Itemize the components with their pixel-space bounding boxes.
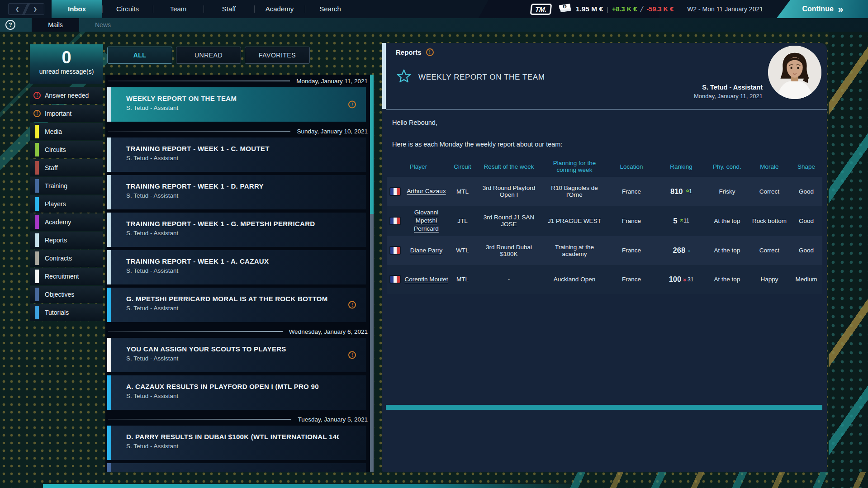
sidebar-item-circuits[interactable]: Circuits: [30, 141, 103, 158]
mail-list-item[interactable]: TRAINING REPORT - WEEK 1 - D. PARRYS. Te…: [107, 175, 366, 209]
main-tabs: InboxCircuitsTeamStaffAcademySearch: [52, 0, 356, 18]
ranking-trend: »31: [684, 276, 693, 283]
result-cell: 3rd Round J1 SAN JOSE: [475, 206, 543, 236]
tab-inbox[interactable]: Inbox: [52, 0, 102, 18]
category-color-bar: [35, 179, 39, 193]
ranking-cell: 268-: [657, 236, 706, 265]
flag-fr-icon: [389, 246, 401, 255]
separator: |: [607, 5, 608, 13]
mail-list-item[interactable]: TRAINING REPORT - WEEK 1 - C. MOUTETS. T…: [107, 137, 366, 172]
continue-label: Continue: [802, 5, 833, 13]
sidebar-item-contracts[interactable]: Contracts: [30, 250, 103, 267]
category-color-bar: [35, 125, 39, 138]
player-cell: Giovanni Mpetshi Perricard: [387, 206, 450, 236]
sidebar-item-media[interactable]: Media: [30, 123, 103, 140]
sidebar-item-important[interactable]: !Important: [30, 105, 103, 122]
sidebar-item-recruitment[interactable]: Recruitment: [30, 268, 103, 285]
column-header: Morale: [749, 156, 790, 177]
tab-academy[interactable]: Academy: [254, 0, 305, 18]
player-cell: Corentin Moutet: [387, 265, 450, 294]
date-separator: Wednesday, January 6, 2021: [105, 325, 374, 338]
filter-tab-unread[interactable]: UNREAD: [176, 47, 241, 64]
player-link[interactable]: Arthur Cazaux: [404, 187, 448, 195]
table-row: Diane ParryWTL3rd Round Dubai $100KTrain…: [387, 236, 822, 265]
sidebar-item-academy[interactable]: Academy: [30, 213, 103, 231]
shape-cell: Good: [790, 236, 822, 265]
filter-tab-all[interactable]: ALL: [107, 47, 172, 64]
date-separator: Tuesday, January 5, 2021: [105, 413, 374, 426]
forward-icon[interactable]: ❯: [33, 6, 37, 12]
finance-summary: $ 1.95 M € | +8.3 K € / -59.3 K €: [559, 3, 674, 15]
mail-category-bar: [107, 137, 111, 172]
sidebar-item-answer-needed[interactable]: !Answer needed: [30, 87, 103, 104]
subtab-news[interactable]: News: [79, 18, 127, 32]
subtab-mails[interactable]: Mails: [32, 18, 79, 32]
filter-tab-favorites[interactable]: FAVORITES: [245, 47, 310, 64]
sidebar-item-label: Important: [45, 110, 71, 117]
date-label: Monday, January 11, 2021: [296, 78, 368, 85]
mail-list-item[interactable]: A. CAZAUX RESULTS IN PLAYFORD OPEN I (MT…: [107, 375, 366, 410]
sidebar-item-objectives[interactable]: Objectives: [30, 286, 103, 303]
ranking-trend: »11: [680, 217, 689, 224]
back-icon[interactable]: ❮: [15, 6, 19, 12]
favorite-star-icon[interactable]: [396, 68, 412, 85]
morale-cell: Correct: [749, 236, 790, 265]
tab-search[interactable]: Search: [305, 0, 356, 18]
player-link[interactable]: Diane Parry: [404, 246, 448, 255]
mail-list-item[interactable]: G. MPETSHI PERRICARD MORAL IS AT THE ROC…: [107, 288, 366, 322]
scrollbar-track[interactable]: [370, 75, 374, 472]
app-window: ❮ ❯ InboxCircuitsTeamStaffAcademySearch …: [0, 0, 868, 488]
phy-cond-cell: Frisky: [706, 177, 749, 206]
morale-cell: Happy: [749, 265, 790, 294]
mail-list-item[interactable]: TRAINING REPORT - WEEK 1 - A. CAZAUXS. T…: [107, 250, 366, 284]
player-link[interactable]: Corentin Moutet: [404, 275, 448, 284]
date-label: Tuesday, January 5, 2021: [298, 416, 368, 423]
sidebar-item-reports[interactable]: Reports: [30, 232, 103, 249]
player-cell: Arthur Cazaux: [387, 177, 450, 206]
avatar: [768, 46, 821, 99]
sidebar-item-training[interactable]: Training: [30, 177, 103, 194]
mail-category-bar: [107, 338, 111, 372]
sidebar-item-players[interactable]: Players: [30, 195, 103, 213]
category-color-bar: [35, 161, 39, 175]
tab-team[interactable]: Team: [153, 0, 204, 18]
tab-staff[interactable]: Staff: [204, 0, 254, 18]
category-color-bar: [35, 197, 39, 211]
phy-cond-cell: At the top: [706, 206, 749, 236]
sidebar-item-label: Reports: [45, 237, 67, 244]
history-nav[interactable]: ❮ ❯: [8, 3, 44, 15]
mail-list-item[interactable]: WEEKLY REPORT ON THE TEAMS. Tetud - Assi…: [107, 87, 366, 122]
column-header: Player: [387, 156, 450, 177]
category-color-bar: [35, 306, 39, 319]
mail-title: G. MPETSHI PERRICARD MORAL IS AT THE ROC…: [126, 295, 339, 303]
mail-category-bar: [107, 250, 111, 284]
mail-title: YOU CAN ASSIGN YOUR SCOUTS TO PLAYERS: [126, 345, 339, 353]
planning-cell: Auckland Open: [543, 265, 606, 294]
mail-list-item[interactable]: [107, 463, 366, 472]
important-icon: !: [426, 48, 434, 56]
top-navigation-bar: ❮ ❯ InboxCircuitsTeamStaffAcademySearch …: [0, 0, 868, 18]
continue-button[interactable]: Continue »: [777, 0, 868, 18]
report-reading-panel: Reports ! WEEKLY REPORT ON THE TEAM: [382, 43, 827, 472]
column-header: Shape: [790, 156, 822, 177]
ranking-trend: -: [688, 246, 689, 255]
balance-value: 1.95 M €: [576, 5, 603, 13]
mail-list-item[interactable]: TRAINING REPORT - WEEK 1 - G. MPETSHI PE…: [107, 213, 366, 247]
mail-category-bar: [107, 463, 111, 472]
location-cell: France: [606, 265, 657, 294]
tab-circuits[interactable]: Circuits: [102, 0, 153, 18]
player-link[interactable]: Giovanni Mpetshi Perricard: [404, 208, 448, 233]
mail-list-item[interactable]: D. PARRY RESULTS IN DUBAI $100K (WTL INT…: [107, 426, 366, 460]
ranking-value: 268: [673, 246, 686, 255]
trend-up-icon: »: [678, 219, 685, 222]
report-title: WEEKLY REPORT ON THE TEAM: [418, 73, 545, 82]
mail-list-item[interactable]: YOU CAN ASSIGN YOUR SCOUTS TO PLAYERSS. …: [107, 338, 366, 372]
sidebar-item-tutorials[interactable]: Tutorials: [30, 304, 103, 321]
help-icon[interactable]: ?: [5, 20, 15, 30]
header-divider: [386, 109, 827, 110]
scrollbar-thumb[interactable]: [370, 75, 374, 214]
morale-cell: Correct: [749, 177, 790, 206]
category-color-bar: [35, 288, 39, 301]
planning-cell: R10 Bagnoles de l'Orne: [543, 177, 606, 206]
sidebar-item-staff[interactable]: Staff: [30, 159, 103, 176]
